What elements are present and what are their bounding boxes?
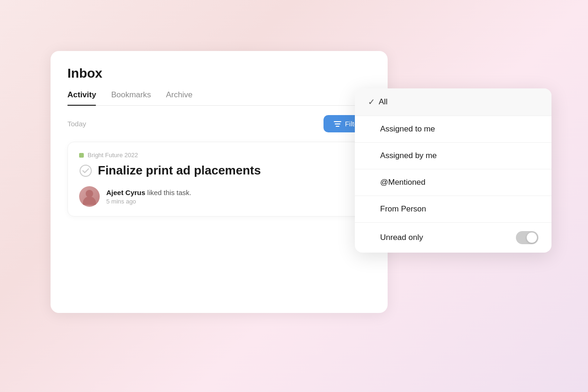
avatar xyxy=(79,186,100,207)
inbox-body: Today Filter Bright Future xyxy=(51,106,388,226)
filter-option-assigned-to-me[interactable]: Assigned to me xyxy=(355,116,551,143)
task-check-circle-icon xyxy=(79,164,92,177)
tab-activity[interactable]: Activity xyxy=(67,90,96,105)
filter-dropdown: ✓ All Assigned to me Assigned by me @Men… xyxy=(355,88,551,253)
ui-container: Inbox Activity Bookmarks Archive Today xyxy=(37,32,551,360)
date-filter-row: Today Filter xyxy=(67,115,371,132)
activity-message: Ajeet Cyrus liked this task. xyxy=(106,189,191,196)
inbox-panel: Inbox Activity Bookmarks Archive Today xyxy=(51,51,388,313)
activity-text: Ajeet Cyrus liked this task. 5 mins ago xyxy=(106,189,191,205)
tab-archive[interactable]: Archive xyxy=(166,90,192,105)
check-icon: ✓ xyxy=(368,97,375,107)
tab-bookmarks[interactable]: Bookmarks xyxy=(111,90,151,105)
filter-option-from-person[interactable]: From Person xyxy=(355,196,551,223)
inbox-title: Inbox xyxy=(67,66,371,81)
svg-point-3 xyxy=(80,165,91,176)
activity-time: 5 mins ago xyxy=(106,198,191,205)
project-name: Bright Future 2022 xyxy=(88,152,138,159)
filter-option-all[interactable]: ✓ All xyxy=(355,88,551,116)
filter-option-assigned-by-me[interactable]: Assigned by me xyxy=(355,143,551,169)
filter-option-unread-only[interactable]: Unread only xyxy=(355,223,551,253)
inbox-header: Inbox Activity Bookmarks Archive xyxy=(51,51,388,106)
filter-lines-icon xyxy=(334,121,341,127)
task-title: Finalize print ad placements xyxy=(98,163,261,178)
task-row: Finalize print ad placements xyxy=(79,163,359,178)
project-dot-icon xyxy=(79,153,84,158)
unread-only-toggle[interactable] xyxy=(516,231,538,244)
filter-option-mentioned[interactable]: @Mentioned xyxy=(355,169,551,196)
activity-card: Bright Future 2022 Finalize print ad pla… xyxy=(67,142,371,217)
inbox-tabs: Activity Bookmarks Archive xyxy=(67,90,371,106)
activity-row: Ajeet Cyrus liked this task. 5 mins ago xyxy=(79,186,359,207)
date-label: Today xyxy=(67,120,86,128)
project-tag: Bright Future 2022 xyxy=(79,152,359,159)
